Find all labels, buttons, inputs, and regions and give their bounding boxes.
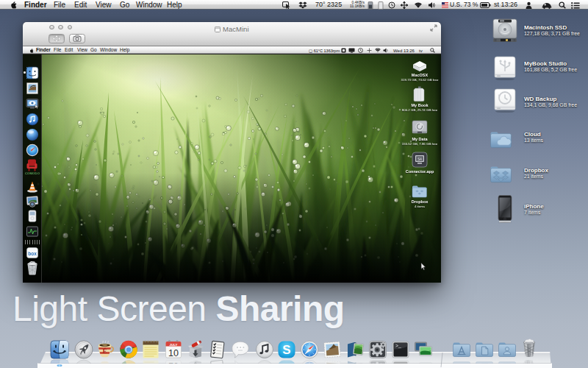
svg-text:10: 10 [168, 361, 179, 364]
svg-text:10: 10 [168, 348, 179, 358]
svg-text:box: box [28, 251, 37, 256]
svg-text:S: S [282, 361, 290, 364]
svg-text:É: É [102, 347, 107, 355]
svg-text:S4: S4 [417, 158, 422, 161]
svg-text:JULY: JULY [169, 343, 177, 347]
svg-text:S: S [282, 343, 290, 357]
svg-text:>_: >_ [395, 344, 401, 349]
